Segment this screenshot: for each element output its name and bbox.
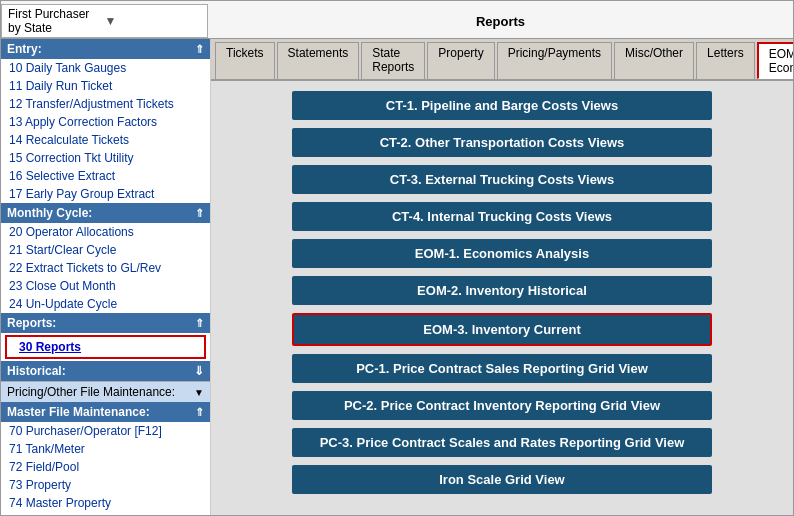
btn-eom3[interactable]: EOM-3. Inventory Current <box>292 313 712 346</box>
reports-collapse-icon: ⇑ <box>195 317 204 330</box>
sidebar-item-15[interactable]: 15 Correction Tkt Utility <box>1 149 210 167</box>
monthly-collapse-icon: ⇑ <box>195 207 204 220</box>
tabs-row: Tickets Statements State Reports Propert… <box>211 39 793 81</box>
tab-misc-other[interactable]: Misc/Other <box>614 42 694 79</box>
dropdown-arrow-icon: ▼ <box>105 14 202 28</box>
sidebar-item-73[interactable]: 73 Property <box>1 476 210 494</box>
master-label: Master File Maintenance: <box>7 405 150 419</box>
monthly-label: Monthly Cycle: <box>7 206 92 220</box>
reports-link-30[interactable]: 30 Reports <box>11 338 200 356</box>
sidebar-item-71[interactable]: 71 Tank/Meter <box>1 440 210 458</box>
sidebar-item-14[interactable]: 14 Recalculate Tickets <box>1 131 210 149</box>
sidebar-section-reports[interactable]: Reports: ⇑ <box>1 313 210 333</box>
btn-ct2[interactable]: CT-2. Other Transportation Costs Views <box>292 128 712 157</box>
sidebar-item-24[interactable]: 24 Un-Update Cycle <box>1 295 210 313</box>
historical-expand-icon: ⇓ <box>194 364 204 378</box>
entry-label: Entry: <box>7 42 42 56</box>
btn-pc3[interactable]: PC-3. Price Contract Scales and Rates Re… <box>292 428 712 457</box>
sidebar-item-22[interactable]: 22 Extract Tickets to GL/Rev <box>1 259 210 277</box>
sidebar-item-75[interactable]: 75 Price Base Code <box>1 512 210 515</box>
btn-iron[interactable]: Iron Scale Grid View <box>292 465 712 494</box>
content-area: Tickets Statements State Reports Propert… <box>211 39 793 515</box>
tab-letters[interactable]: Letters <box>696 42 755 79</box>
sidebar-item-12[interactable]: 12 Transfer/Adjustment Tickets <box>1 95 210 113</box>
sidebar-item-21[interactable]: 21 Start/Clear Cycle <box>1 241 210 259</box>
btn-pc1[interactable]: PC-1. Price Contract Sales Reporting Gri… <box>292 354 712 383</box>
module-dropdown[interactable]: First Purchaser by State ▼ <box>1 4 208 38</box>
tab-statements[interactable]: Statements <box>277 42 360 79</box>
sidebar-section-master[interactable]: Master File Maintenance: ⇑ <box>1 402 210 422</box>
sidebar-section-entry[interactable]: Entry: ⇑ <box>1 39 210 59</box>
sidebar-section-pricing[interactable]: Pricing/Other File Maintenance: ▼ <box>1 381 210 402</box>
pricing-label: Pricing/Other File Maintenance: <box>7 385 175 399</box>
btn-eom2[interactable]: EOM-2. Inventory Historical <box>292 276 712 305</box>
sidebar-item-10[interactable]: 10 Daily Tank Gauges <box>1 59 210 77</box>
btn-ct3[interactable]: CT-3. External Trucking Costs Views <box>292 165 712 194</box>
sidebar-item-70[interactable]: 70 Purchaser/Operator [F12] <box>1 422 210 440</box>
tab-tickets[interactable]: Tickets <box>215 42 275 79</box>
btn-eom1[interactable]: EOM-1. Economics Analysis <box>292 239 712 268</box>
tab-pricing-payments[interactable]: Pricing/Payments <box>497 42 612 79</box>
historical-label: Historical: <box>7 364 66 378</box>
dropdown-label: First Purchaser by State <box>8 7 105 35</box>
sidebar-item-23[interactable]: 23 Close Out Month <box>1 277 210 295</box>
sidebar-item-13[interactable]: 13 Apply Correction Factors <box>1 113 210 131</box>
tab-state-reports[interactable]: State Reports <box>361 42 425 79</box>
sidebar-item-72[interactable]: 72 Field/Pool <box>1 458 210 476</box>
sidebar-item-74[interactable]: 74 Master Property <box>1 494 210 512</box>
sidebar-item-16[interactable]: 16 Selective Extract <box>1 167 210 185</box>
btn-ct4[interactable]: CT-4. Internal Trucking Costs Views <box>292 202 712 231</box>
btn-pc2[interactable]: PC-2. Price Contract Inventory Reporting… <box>292 391 712 420</box>
master-collapse-icon: ⇑ <box>195 406 204 419</box>
reports-link-box: 30 Reports <box>5 335 206 359</box>
tab-property[interactable]: Property <box>427 42 494 79</box>
sidebar-item-11[interactable]: 11 Daily Run Ticket <box>1 77 210 95</box>
pricing-arrow-icon: ▼ <box>194 387 204 398</box>
sidebar-item-17[interactable]: 17 Early Pay Group Extract <box>1 185 210 203</box>
tab-eom-economics[interactable]: EOM Economics <box>757 42 793 79</box>
sidebar-item-20[interactable]: 20 Operator Allocations <box>1 223 210 241</box>
button-grid: CT-1. Pipeline and Barge Costs Views CT-… <box>211 81 793 515</box>
sidebar-section-monthly[interactable]: Monthly Cycle: ⇑ <box>1 203 210 223</box>
btn-ct1[interactable]: CT-1. Pipeline and Barge Costs Views <box>292 91 712 120</box>
reports-header-title: Reports <box>208 14 793 29</box>
reports-section-label: Reports: <box>7 316 56 330</box>
entry-collapse-icon: ⇑ <box>195 43 204 56</box>
sidebar-section-historical[interactable]: Historical: ⇓ <box>1 361 210 381</box>
sidebar: Entry: ⇑ 10 Daily Tank Gauges 11 Daily R… <box>1 39 211 515</box>
